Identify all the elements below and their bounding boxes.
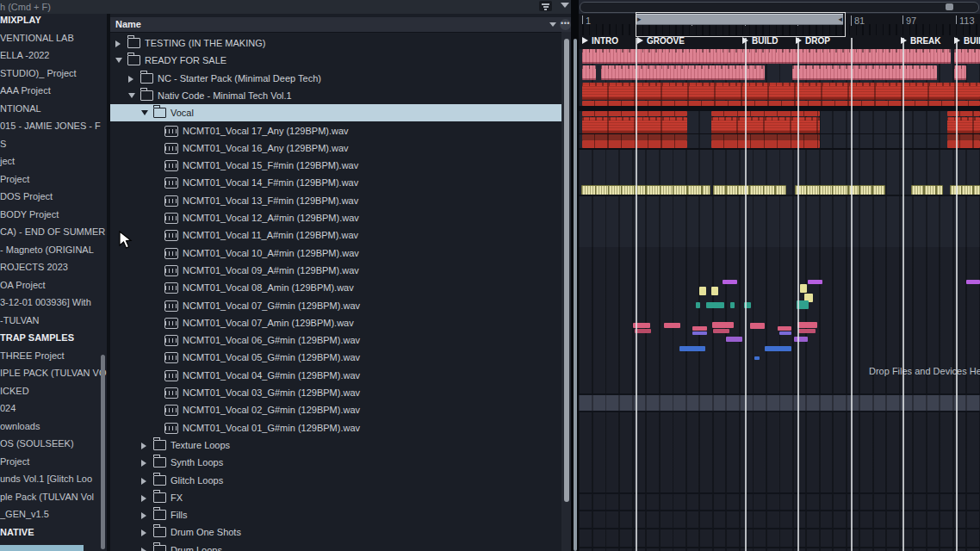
browser-row[interactable]: Texture Loops (110, 436, 564, 454)
sidebar-item[interactable]: OA Project (0, 276, 107, 294)
browser-row[interactable]: NCMT01_Vocal 02_G#min (129BPM).wav (110, 401, 564, 418)
midi-clip[interactable] (765, 346, 791, 351)
locator-flag[interactable]: INTRO (582, 35, 618, 47)
midi-clip[interactable] (797, 322, 817, 328)
audio-clip[interactable] (711, 134, 820, 140)
audio-clip[interactable] (954, 49, 980, 64)
browser-row[interactable]: NCMT01_Vocal 12_A#min (129BPM).wav (110, 209, 564, 226)
browser-row[interactable]: Vocal (110, 104, 564, 121)
sidebar-item[interactable]: 015 - JAMIE JONES - F (0, 117, 107, 134)
browser-row[interactable]: Drum One Shots (110, 523, 564, 541)
sidebar-item[interactable]: -TULVAN (0, 312, 107, 329)
chevron-right-icon[interactable] (141, 495, 146, 502)
browser-row[interactable]: Nativ Code - Minimal Tech Vol.1 (110, 87, 564, 104)
midi-clip[interactable] (730, 302, 735, 308)
sidebar-item[interactable]: ject (0, 152, 107, 170)
sidebar-item[interactable]: _GEN_v1.5 (0, 505, 107, 523)
audio-clip[interactable] (711, 111, 820, 116)
highlighted-track-lane[interactable] (579, 394, 980, 411)
midi-clip[interactable] (679, 346, 705, 351)
midi-clip[interactable] (779, 331, 791, 335)
midi-clip[interactable] (664, 323, 680, 328)
midi-clip[interactable] (692, 331, 707, 335)
midi-clip[interactable] (754, 356, 760, 360)
midi-clip[interactable] (711, 287, 718, 295)
sidebar-item[interactable]: CA) - END OF SUMMER (0, 223, 107, 240)
sidebar-item[interactable]: TRAP SAMPLES (0, 329, 107, 346)
audio-clip[interactable] (582, 140, 687, 148)
midi-clip[interactable] (723, 280, 737, 284)
sidebar-scrollbar[interactable] (101, 355, 105, 549)
browser-row[interactable]: NCMT01_Vocal 05_G#min (129BPM).wav (110, 349, 564, 366)
browser-row[interactable]: NCMT01_Vocal 07_G#min (129BPM).wav (110, 297, 564, 314)
more-options-icon[interactable]: ••• (560, 19, 571, 30)
browser-row[interactable]: NCMT01_Vocal 06_G#min (129BPM).wav (110, 331, 564, 349)
audio-clip[interactable] (582, 49, 951, 64)
sidebar-item[interactable]: S (0, 135, 107, 152)
midi-clip[interactable] (798, 329, 816, 333)
audio-clip[interactable] (792, 65, 937, 80)
midi-clip[interactable] (800, 284, 807, 293)
chevron-down-icon[interactable] (141, 110, 148, 115)
locator-flag[interactable]: DROP (796, 35, 830, 47)
chevron-right-icon[interactable] (141, 512, 146, 519)
audio-clip[interactable] (947, 134, 980, 140)
midi-clip[interactable] (794, 337, 808, 342)
browser-row[interactable]: Synth Loops (110, 454, 564, 471)
sidebar-item[interactable]: - Magneto (ORIGINAL (0, 241, 107, 258)
audio-clip[interactable] (711, 117, 820, 133)
browser-row[interactable]: NCMT01_Vocal 04_G#min (129BPM).wav (110, 367, 564, 384)
audio-clip[interactable] (947, 111, 980, 116)
sidebar-item[interactable]: ICKED (0, 382, 107, 399)
arrangement-left-scroll-strip[interactable] (574, 39, 577, 551)
browser-row[interactable]: NCMT01_Vocal 08_Amin (129BPM).wav (110, 279, 564, 296)
sidebar-item[interactable]: VENTIONAL LAB (0, 29, 107, 46)
browser-row[interactable]: Drum Loops (110, 542, 564, 551)
midi-clip[interactable] (750, 323, 765, 329)
sidebar-item[interactable]: THREE Project (0, 347, 107, 364)
browser-row[interactable]: NCMT01_Vocal 03_G#min (129BPM).wav (110, 384, 564, 401)
midi-clip[interactable] (712, 322, 734, 328)
sidebar-item[interactable]: MIXPLAY (0, 11, 107, 28)
chevron-right-icon[interactable] (115, 40, 121, 47)
locator-flag[interactable]: BUILD (954, 35, 980, 47)
sidebar-item[interactable]: Project (0, 170, 107, 188)
filter-icon[interactable] (539, 1, 552, 11)
sidebar-item[interactable]: ownloads (0, 418, 107, 435)
browser-row[interactable]: NCMT01_Vocal 01_G#min (129BPM).wav (110, 419, 564, 436)
sidebar-item[interactable]: AAA Project (0, 82, 107, 99)
audio-clip[interactable] (711, 140, 820, 148)
midi-clip[interactable] (778, 326, 791, 331)
sidebar-item[interactable]: STUDIO)_ Project (0, 65, 107, 82)
sidebar-item[interactable]: NTIONAL (0, 100, 107, 117)
midi-clip[interactable] (696, 302, 700, 308)
locator-flag[interactable]: BREAK (901, 35, 941, 47)
browser-row[interactable]: NCMT01_Vocal 13_F#min (129BPM).wav (110, 192, 564, 209)
midi-clip[interactable] (692, 326, 707, 331)
loop-brace[interactable]: ▸ ◂ (636, 14, 843, 25)
chevron-right-icon[interactable] (141, 529, 146, 536)
midi-clip[interactable] (713, 329, 729, 333)
sidebar-item[interactable]: 3-12-01 003936] With (0, 294, 107, 311)
midi-clip[interactable] (966, 280, 980, 284)
audio-clip[interactable] (582, 65, 596, 80)
sidebar-item[interactable]: Project (0, 453, 107, 470)
audio-clip[interactable] (601, 65, 765, 80)
browser-row[interactable]: TESTING (IN THE MAKING) (110, 34, 564, 52)
locator-flag[interactable]: BUILD (742, 35, 778, 47)
loop-end-icon[interactable]: ◂ (838, 15, 842, 24)
chevron-right-icon[interactable] (141, 478, 146, 485)
audio-clip[interactable] (947, 117, 980, 133)
sidebar-item[interactable]: 024 (0, 399, 107, 417)
track-area[interactable] (579, 49, 980, 551)
midi-clip[interactable] (808, 280, 822, 284)
audio-clip[interactable] (582, 111, 687, 116)
browser-row[interactable]: NCMT01_Vocal 16_Any (129BPM).wav (110, 139, 564, 157)
browser-row[interactable]: NCMT01_Vocal 14_F#min (129BPM).wav (110, 174, 564, 191)
browser-row[interactable]: NCMT01_Vocal 07_Amin (129BPM).wav (110, 314, 564, 331)
browser-row[interactable]: NC - Starter Pack (Minimal Deep Tech) (110, 70, 564, 87)
audio-clip[interactable] (582, 83, 980, 100)
sidebar-item[interactable]: ELLA -2022 (0, 46, 107, 64)
browser-row[interactable]: Fills (110, 506, 564, 523)
midi-clip[interactable] (726, 337, 742, 342)
